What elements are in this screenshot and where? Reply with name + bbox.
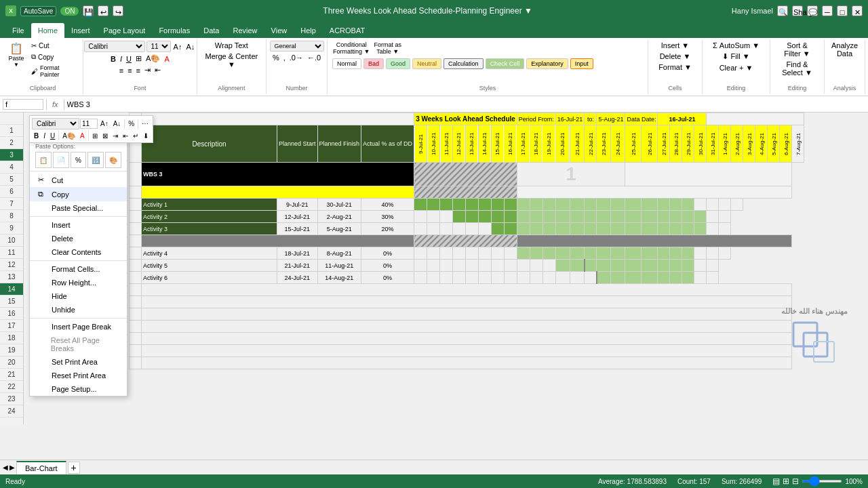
- clear-button[interactable]: Clear + ▼: [718, 63, 755, 73]
- mini-wrap[interactable]: ↵: [131, 131, 140, 140]
- merge-center-button[interactable]: Merge & Center ▼: [201, 52, 262, 69]
- ctx-clear-contents[interactable]: Clear Contents: [30, 245, 127, 259]
- mini-font-increase[interactable]: A↑: [98, 119, 111, 128]
- style-neutral[interactable]: Neutral: [412, 58, 441, 69]
- style-calculation[interactable]: Calculation: [443, 58, 484, 69]
- ctx-format-cells[interactable]: Format Cells...: [30, 262, 127, 276]
- mini-outdent[interactable]: ⇤: [121, 131, 130, 140]
- conditional-format-button[interactable]: ConditionalFormatting ▼: [332, 41, 371, 56]
- ctx-unhide[interactable]: Unhide: [30, 303, 127, 317]
- undo-button[interactable]: ↩: [98, 5, 108, 16]
- mini-font-decrease[interactable]: A↓: [111, 119, 123, 128]
- font-decrease-button[interactable]: A↓: [184, 42, 196, 52]
- mini-merge[interactable]: ⊠: [100, 131, 110, 140]
- page-layout-view-button[interactable]: ⊞: [783, 476, 789, 486]
- comment-button[interactable]: 💬: [807, 5, 818, 16]
- analyze-data-button[interactable]: AnalyzeData: [830, 41, 859, 58]
- paste-button[interactable]: 📋 Paste ▼: [7, 41, 26, 69]
- scroll-left-button[interactable]: ◀: [3, 464, 8, 471]
- tab-review[interactable]: Review: [226, 23, 264, 38]
- redo-button[interactable]: ↪: [113, 5, 123, 16]
- mini-fill-color[interactable]: A🎨: [60, 131, 77, 140]
- close-button[interactable]: ✕: [852, 5, 863, 16]
- paste-btn-2[interactable]: 📄: [53, 152, 69, 168]
- act6-desc[interactable]: Activity 6: [142, 272, 277, 284]
- tab-acrobat[interactable]: ACROBAT: [323, 23, 372, 38]
- tab-view[interactable]: View: [264, 23, 294, 38]
- find-select-button[interactable]: Find &Select ▼: [781, 60, 814, 77]
- search-icon[interactable]: 🔍: [777, 5, 788, 16]
- zoom-slider[interactable]: [802, 480, 842, 483]
- paste-btn-1[interactable]: 📋: [35, 152, 52, 168]
- cut-button[interactable]: ✂ Cut: [28, 41, 79, 51]
- style-check-cell[interactable]: Check Cell: [486, 58, 525, 69]
- insert-cell-button[interactable]: Insert ▼: [660, 41, 690, 50]
- style-normal[interactable]: Normal: [332, 58, 361, 69]
- style-input[interactable]: Input: [570, 58, 593, 69]
- ctx-row-height[interactable]: Row Height...: [30, 276, 127, 289]
- ctx-hide[interactable]: Hide: [30, 289, 127, 303]
- tab-formulas[interactable]: Formulas: [152, 23, 197, 38]
- ctx-reset-print-area[interactable]: Reset Print Area: [30, 369, 127, 382]
- tab-home[interactable]: Home: [31, 23, 64, 38]
- maximize-button[interactable]: □: [837, 5, 848, 16]
- comma-button[interactable]: ,: [282, 53, 287, 62]
- page-break-view-button[interactable]: ⊟: [792, 476, 799, 486]
- ctx-set-print-area[interactable]: Set Print Area: [30, 355, 127, 369]
- tab-help[interactable]: Help: [294, 23, 323, 38]
- ctx-paste-special[interactable]: Paste Special...: [30, 201, 127, 215]
- paste-btn-5[interactable]: 🎨: [105, 152, 121, 168]
- outdent-button[interactable]: ⇤: [153, 65, 162, 75]
- save-button[interactable]: 💾: [83, 5, 94, 16]
- font-name-dropdown[interactable]: Calibri: [84, 41, 145, 52]
- copy-button[interactable]: ⧉ Copy: [28, 52, 79, 62]
- ctx-delete[interactable]: Delete: [30, 232, 127, 245]
- minimize-button[interactable]: ─: [822, 5, 833, 16]
- italic-button[interactable]: I: [119, 54, 123, 64]
- tab-data[interactable]: Data: [197, 23, 226, 38]
- act4-desc[interactable]: Activity 4: [142, 247, 277, 260]
- autosum-button[interactable]: Σ AutoSum ▼: [711, 41, 761, 50]
- bold-button[interactable]: B: [109, 54, 117, 64]
- align-left-button[interactable]: ≡: [118, 66, 125, 75]
- ctx-insert-page-break[interactable]: Insert Page Break: [30, 320, 127, 333]
- font-size-dropdown[interactable]: 11: [146, 41, 171, 52]
- border-button[interactable]: ⊞: [134, 54, 143, 64]
- fill-color-button[interactable]: A🎨: [144, 54, 161, 64]
- share-button[interactable]: Share: [792, 5, 803, 16]
- tab-insert[interactable]: Insert: [64, 23, 97, 38]
- mini-italic-button[interactable]: I: [41, 131, 47, 140]
- ctx-insert[interactable]: Insert: [30, 218, 127, 232]
- mini-border[interactable]: ⊞: [90, 131, 100, 140]
- format-painter-button[interactable]: 🖌 Format Painter: [28, 63, 79, 79]
- mini-font-dropdown[interactable]: Calibri: [32, 118, 79, 129]
- mini-bold-button[interactable]: B: [32, 131, 41, 140]
- ctx-reset-page-breaks[interactable]: Reset All Page Breaks: [30, 333, 127, 355]
- act1-desc[interactable]: Activity 1: [142, 199, 277, 211]
- indent-button[interactable]: ⇥: [143, 65, 152, 75]
- mini-pct-button[interactable]: %: [126, 119, 136, 128]
- tab-page-layout[interactable]: Page Layout: [97, 23, 153, 38]
- grid-area[interactable]: Calibri A↑ A↓ % ⋯ B I U A🎨 A ⊞ ⊠ ⇥: [24, 113, 868, 424]
- ctx-cut[interactable]: ✂ Cut: [30, 173, 127, 187]
- wrap-text-button[interactable]: Wrap Text: [214, 41, 250, 50]
- increase-decimal-button[interactable]: .0→: [288, 53, 304, 62]
- autosave-toggle[interactable]: ON: [60, 7, 79, 16]
- act3-desc[interactable]: Activity 3: [142, 223, 277, 235]
- style-explanatory[interactable]: Explanatory: [526, 58, 568, 69]
- fill-button[interactable]: ⬇ Fill ▼: [721, 52, 751, 62]
- paste-btn-3[interactable]: %: [71, 152, 87, 168]
- name-box[interactable]: [3, 99, 43, 110]
- underline-button[interactable]: U: [125, 54, 133, 64]
- style-good[interactable]: Good: [386, 58, 410, 69]
- mini-more-button[interactable]: ⋯: [140, 119, 151, 128]
- scroll-right-button[interactable]: ▶: [9, 464, 15, 471]
- add-sheet-button[interactable]: +: [68, 462, 80, 474]
- normal-view-button[interactable]: ▤: [772, 476, 780, 486]
- font-color-button[interactable]: A: [163, 54, 170, 64]
- sheet-tab-bar-chart[interactable]: Bar-Chart: [16, 461, 66, 474]
- format-cell-button[interactable]: Format ▼: [657, 62, 693, 72]
- ctx-page-setup[interactable]: Page Setup...: [30, 382, 127, 396]
- act2-desc[interactable]: Activity 2: [142, 211, 277, 223]
- decrease-decimal-button[interactable]: ←.0: [306, 53, 322, 62]
